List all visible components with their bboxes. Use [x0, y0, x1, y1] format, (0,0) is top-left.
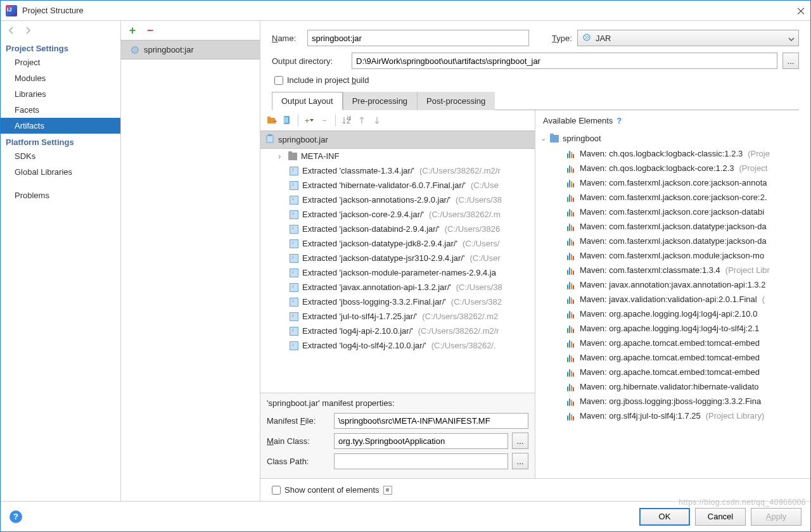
down-icon[interactable]	[371, 114, 383, 127]
available-item[interactable]: Maven: org.apache.tomcat.embed:tomcat-em…	[535, 336, 810, 350]
available-item[interactable]: Maven: com.fasterxml.jackson.datatype:ja…	[535, 234, 810, 248]
available-item[interactable]: Maven: com.fasterxml:classmate:1.3.4(Pro…	[535, 263, 810, 277]
extract-icon	[290, 283, 298, 292]
browse-output-button[interactable]: ...	[782, 53, 799, 69]
tree-item-extracted[interactable]: Extracted 'hibernate-validator-6.0.7.Fin…	[260, 178, 535, 193]
extracted-path: (C:/Users/38262/.m2/r	[419, 166, 501, 175]
output-layout-panel: + + − az springboot.jar ›	[260, 110, 535, 478]
content: Project Settings Project Modules Librari…	[1, 21, 810, 501]
available-item-suffix: (Project	[739, 163, 768, 173]
tree-item-extracted[interactable]: Extracted 'jul-to-slf4j-1.7.25.jar/'(C:/…	[260, 309, 535, 324]
available-tree[interactable]: ⌄ springboot Maven: ch.qos.logback:logba…	[535, 130, 810, 478]
tree-item-extracted[interactable]: Extracted 'jackson-core-2.9.4.jar/'(C:/U…	[260, 207, 535, 222]
details-panel: Name: Type: JAR Output directory: ...	[260, 21, 810, 501]
show-content-checkbox[interactable]	[272, 486, 281, 495]
available-item[interactable]: Maven: com.fasterxml.jackson.module:jack…	[535, 248, 810, 263]
extracted-path: (C:/Users/3826	[445, 224, 500, 234]
available-item[interactable]: Maven: javax.annotation:javax.annotation…	[535, 277, 810, 292]
sidebar-item-global-libraries[interactable]: Global Libraries	[1, 164, 120, 180]
app-icon	[6, 5, 17, 16]
available-item-label: Maven: ch.qos.logback:logback-core:1.2.3	[580, 163, 734, 173]
apply-button[interactable]: Apply	[751, 508, 801, 526]
available-item[interactable]: Maven: org.apache.tomcat.embed:tomcat-em…	[535, 350, 810, 365]
content-preview-icon	[383, 486, 392, 495]
browse-main-class-button[interactable]: ...	[512, 433, 528, 449]
add-button[interactable]: +	[303, 114, 316, 127]
name-input[interactable]	[307, 30, 529, 46]
folder-icon	[288, 153, 297, 160]
remove-artifact-button[interactable]: −	[145, 25, 155, 35]
available-item-label: Maven: javax.annotation:javax.annotation…	[580, 280, 765, 289]
include-build-checkbox[interactable]	[274, 76, 283, 85]
sidebar-item-modules[interactable]: Modules	[1, 70, 120, 86]
tree-item-extracted[interactable]: Extracted 'log4j-api-2.10.0.jar/'(C:/Use…	[260, 324, 535, 338]
tree-item-extracted[interactable]: Extracted 'jackson-datatype-jsr310-2.9.4…	[260, 251, 535, 265]
new-file-icon[interactable]	[281, 114, 293, 127]
artifact-item[interactable]: springboot:jar	[121, 40, 260, 60]
available-item[interactable]: Maven: org.apache.logging.log4j:log4j-to…	[535, 321, 810, 336]
available-item[interactable]: Maven: ch.qos.logback:logback-core:1.2.3…	[535, 161, 810, 175]
jar-icon	[582, 33, 592, 44]
forward-icon[interactable]	[22, 25, 34, 36]
available-item[interactable]: Maven: org.apache.logging.log4j:log4j-ap…	[535, 307, 810, 321]
tab-pre-processing[interactable]: Pre-processing	[343, 92, 417, 110]
layout-root[interactable]: springboot.jar	[260, 130, 535, 149]
sidebar-item-facets[interactable]: Facets	[1, 102, 120, 118]
new-folder-icon[interactable]: +	[265, 114, 278, 127]
browse-class-path-button[interactable]: ...	[512, 453, 528, 469]
sidebar-item-libraries[interactable]: Libraries	[1, 86, 120, 102]
tree-item-extracted[interactable]: Extracted 'log4j-to-slf4j-2.10.0.jar/'(C…	[260, 338, 535, 353]
available-item[interactable]: Maven: com.fasterxml.jackson.core:jackso…	[535, 205, 810, 219]
cancel-button[interactable]: Cancel	[695, 508, 746, 526]
tree-item-extracted[interactable]: Extracted 'jboss-logging-3.3.2.Final.jar…	[260, 294, 535, 309]
tree-item-extracted[interactable]: Extracted 'jackson-module-parameter-name…	[260, 265, 535, 280]
help-icon[interactable]: ?	[616, 116, 622, 125]
back-icon[interactable]	[6, 25, 17, 36]
layout-tree[interactable]: › META-INF Extracted 'classmate-1.3.4.ja…	[260, 149, 535, 393]
up-icon[interactable]	[355, 114, 368, 127]
sidebar-item-project[interactable]: Project	[1, 54, 120, 70]
library-icon	[567, 164, 576, 173]
available-root[interactable]: ⌄ springboot	[535, 130, 810, 146]
sidebar-item-artifacts[interactable]: Artifacts	[1, 118, 120, 134]
main-class-input[interactable]	[334, 433, 508, 449]
manifest-file-input[interactable]	[334, 413, 528, 429]
tree-item-extracted[interactable]: Extracted 'javax.annotation-api-1.3.2.ja…	[260, 280, 535, 294]
output-dir-input[interactable]	[352, 53, 777, 69]
type-select[interactable]: JAR	[577, 30, 799, 46]
sidebar-item-sdks[interactable]: SDKs	[1, 148, 120, 164]
tree-item-folder[interactable]: › META-INF	[260, 149, 535, 163]
tree-item-extracted[interactable]: Extracted 'jackson-databind-2.9.4.jar/'(…	[260, 222, 535, 236]
available-item[interactable]: Maven: javax.validation:validation-api:2…	[535, 292, 810, 307]
tree-item-extracted[interactable]: Extracted 'classmate-1.3.4.jar/'(C:/User…	[260, 163, 535, 178]
ok-button[interactable]: OK	[639, 508, 690, 526]
available-item-label: Maven: com.fasterxml.jackson.core:jackso…	[580, 193, 767, 202]
remove-button[interactable]: −	[318, 114, 331, 127]
class-path-input[interactable]	[334, 453, 508, 469]
tab-output-layout[interactable]: Output Layout	[272, 92, 343, 110]
tree-item-extracted[interactable]: Extracted 'jackson-annotations-2.9.0.jar…	[260, 193, 535, 207]
sidebar-item-problems[interactable]: Problems	[1, 187, 120, 203]
available-item[interactable]: Maven: com.fasterxml.jackson.core:jackso…	[535, 190, 810, 205]
library-icon	[567, 193, 576, 202]
available-item[interactable]: Maven: org.hibernate.validator:hibernate…	[535, 379, 810, 394]
available-title: Available Elements	[543, 116, 613, 125]
chevron-right-icon: ›	[278, 151, 284, 161]
library-icon	[567, 266, 576, 275]
available-item[interactable]: Maven: com.fasterxml.jackson.datatype:ja…	[535, 219, 810, 234]
extracted-name: Extracted 'log4j-api-2.10.0.jar/'	[302, 326, 413, 336]
tab-post-processing[interactable]: Post-processing	[417, 92, 495, 110]
available-item[interactable]: Maven: org.apache.tomcat.embed:tomcat-em…	[535, 365, 810, 379]
available-item[interactable]: Maven: org.slf4j:jul-to-slf4j:1.7.25(Pro…	[535, 408, 810, 423]
tree-item-extracted[interactable]: Extracted 'jackson-datatype-jdk8-2.9.4.j…	[260, 236, 535, 251]
footer-help-icon[interactable]: ?	[10, 510, 22, 523]
add-artifact-button[interactable]: +	[127, 25, 137, 35]
extract-icon	[290, 239, 298, 248]
available-item[interactable]: Maven: ch.qos.logback:logback-classic:1.…	[535, 146, 810, 161]
sort-icon[interactable]: az	[340, 114, 353, 127]
extracted-name: Extracted 'jboss-logging-3.3.2.Final.jar…	[302, 297, 446, 307]
available-item[interactable]: Maven: org.jboss.logging:jboss-logging:3…	[535, 394, 810, 408]
available-item[interactable]: Maven: com.fasterxml.jackson.core:jackso…	[535, 175, 810, 190]
close-icon[interactable]	[796, 6, 805, 15]
library-icon	[567, 295, 576, 304]
